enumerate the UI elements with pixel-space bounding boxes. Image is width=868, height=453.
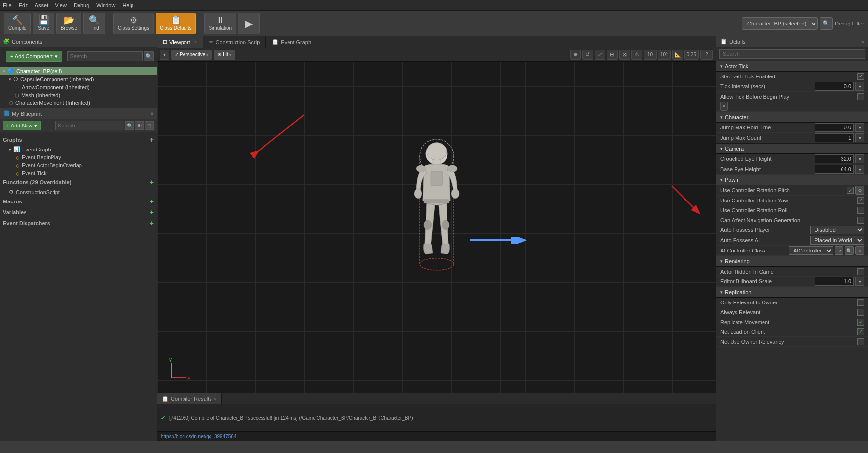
ai-controller-browse-button[interactable]: ↗: [835, 246, 843, 255]
event-graph-tab[interactable]: 📋 Event Graph: [266, 36, 317, 48]
variables-section-header[interactable]: Variables +: [0, 207, 157, 218]
tick-interval-arrow[interactable]: ▾: [855, 82, 864, 91]
tick-interval-input[interactable]: [815, 82, 854, 91]
components-search-button[interactable]: 🔍: [144, 51, 154, 61]
functions-add-icon[interactable]: +: [150, 178, 154, 186]
menu-edit[interactable]: Edit: [19, 2, 28, 8]
save-button[interactable]: 💾 Save: [33, 13, 54, 34]
base-eye-height-arrow[interactable]: ▾: [855, 165, 864, 174]
net-use-owner-relevancy-checkbox[interactable]: [857, 338, 864, 345]
editor-billboard-scale-input[interactable]: [815, 277, 854, 286]
component-item-mesh[interactable]: ⬡ Mesh (Inherited): [0, 91, 157, 99]
eventgraph-item[interactable]: ▾ 📊 EventGraph: [0, 145, 157, 153]
menu-file[interactable]: File: [3, 2, 12, 8]
vp-tool-1[interactable]: ⊕: [570, 50, 581, 60]
blueprint-eye-button[interactable]: 👁: [135, 121, 144, 130]
graphs-add-icon[interactable]: +: [150, 136, 154, 144]
editor-billboard-scale-arrow[interactable]: ▾: [855, 277, 864, 286]
use-controller-rotation-pitch-extra[interactable]: ⚙: [855, 186, 864, 195]
simulation-button[interactable]: ⏸ Simulation: [204, 13, 236, 34]
component-item-arrow[interactable]: → ArrowComponent (Inherited): [0, 83, 157, 91]
details-search-input[interactable]: [719, 49, 865, 59]
auto-possess-player-dropdown[interactable]: Disabled Player 0: [810, 226, 864, 234]
component-item-capsule[interactable]: ▾ ⬡ CapsuleComponent (Inherited): [0, 75, 157, 83]
actor-tick-section-header[interactable]: ▾ Actor Tick: [716, 61, 868, 72]
event-dispatchers-add-icon[interactable]: +: [150, 219, 154, 227]
crouched-eye-height-input[interactable]: [815, 154, 854, 163]
graphs-section-header[interactable]: Graphs +: [0, 134, 157, 145]
can-affect-nav-checkbox[interactable]: [857, 217, 864, 224]
components-search-input[interactable]: [67, 51, 143, 61]
functions-section-header[interactable]: Functions (29 Overridable) +: [0, 177, 157, 188]
event-actoroverlap-item[interactable]: ◇ Event ActorBeginOverlap: [0, 161, 157, 169]
menu-debug[interactable]: Debug: [74, 2, 89, 8]
constructionscript-item[interactable]: ⚙ ConstructionScript: [0, 188, 157, 196]
component-item-movement[interactable]: ⬡ CharacterMovement (Inherited): [0, 99, 157, 107]
vp-tool-8[interactable]: 2: [700, 50, 713, 60]
add-component-button[interactable]: + Add Component ▾: [6, 51, 62, 62]
blueprint-filter-button[interactable]: ⊟: [145, 121, 154, 130]
jump-max-hold-time-arrow[interactable]: ▾: [855, 123, 864, 132]
vp-tool-5[interactable]: ⊠: [619, 50, 630, 60]
class-settings-button[interactable]: ⚙ Class Settings: [113, 13, 154, 34]
viewport-tab-close[interactable]: ×: [194, 39, 197, 45]
pawn-section-header[interactable]: ▾ Pawn: [716, 175, 868, 185]
vp-scale-snap[interactable]: 0.25: [684, 50, 699, 60]
blueprint-search-input[interactable]: [55, 121, 124, 130]
menu-help[interactable]: Help: [122, 2, 133, 8]
vp-grid-snap[interactable]: 10: [644, 50, 657, 60]
event-beginplay-item[interactable]: ◇ Event BeginPlay: [0, 153, 157, 161]
blueprint-close-button[interactable]: ×: [150, 110, 154, 117]
use-controller-rotation-roll-checkbox[interactable]: [857, 207, 864, 214]
event-tick-item[interactable]: ◇ Event Tick: [0, 169, 157, 177]
allow-tick-before-begin-play-checkbox[interactable]: [857, 93, 864, 100]
variables-add-icon[interactable]: +: [150, 208, 154, 216]
compile-button[interactable]: 🔨 Compile: [4, 13, 31, 34]
macros-section-header[interactable]: Macros +: [0, 196, 157, 207]
use-controller-rotation-pitch-checkbox[interactable]: [847, 187, 854, 194]
debug-select[interactable]: Character_BP (selected): [742, 17, 818, 30]
auto-possess-ai-dropdown[interactable]: Placed in World Spawned Placed in World …: [810, 236, 864, 245]
use-controller-rotation-yaw-checkbox[interactable]: [857, 197, 864, 204]
perspective-button[interactable]: ✓ Perspective ▾: [171, 50, 212, 60]
vp-tool-6[interactable]: ⚠: [631, 50, 642, 60]
vp-rot-snap[interactable]: 10°: [658, 50, 671, 60]
vp-tool-2[interactable]: ↺: [582, 50, 593, 60]
compiler-results-tab[interactable]: 📋 Compiler Results ×: [157, 393, 222, 404]
macros-add-icon[interactable]: +: [150, 198, 154, 205]
base-eye-height-input[interactable]: [815, 165, 854, 174]
details-close-button[interactable]: ×: [861, 39, 864, 45]
construction-script-tab[interactable]: ✏ Construction Scrip: [203, 36, 266, 48]
character-section-header[interactable]: ▾ Character: [716, 112, 868, 123]
vp-dropdown-button[interactable]: ▾: [160, 50, 169, 60]
class-defaults-button[interactable]: 📋 Class Defaults: [156, 13, 196, 34]
compiler-results-close[interactable]: ×: [214, 396, 216, 401]
camera-section-header[interactable]: ▾ Camera: [716, 143, 868, 154]
menu-view[interactable]: View: [55, 2, 67, 8]
jump-max-count-input[interactable]: [815, 133, 854, 142]
start-tick-enabled-checkbox[interactable]: [857, 73, 864, 80]
net-load-on-client-checkbox[interactable]: [857, 328, 864, 335]
jump-max-count-arrow[interactable]: ▾: [855, 133, 864, 142]
viewport-tab[interactable]: ⊡ Viewport ×: [157, 36, 203, 48]
lit-button[interactable]: ☀ Lit ▾: [214, 50, 235, 60]
menu-window[interactable]: Window: [96, 2, 115, 8]
expand-arrow-button[interactable]: ▾: [720, 102, 728, 111]
blueprint-search-button[interactable]: 🔍: [125, 121, 134, 130]
jump-max-hold-time-input[interactable]: [815, 123, 854, 132]
replicate-movement-checkbox[interactable]: [857, 319, 864, 326]
crouched-eye-height-arrow[interactable]: ▾: [855, 154, 864, 163]
replication-section-header[interactable]: ▾ Replication: [716, 287, 868, 298]
actor-hidden-in-game-checkbox[interactable]: [857, 268, 864, 275]
always-relevant-checkbox[interactable]: [857, 309, 864, 316]
ai-controller-search-button[interactable]: 🔍: [845, 246, 854, 255]
ai-controller-clear-button[interactable]: ×: [855, 246, 864, 255]
play-button[interactable]: ▶: [238, 13, 260, 34]
vp-tool-3[interactable]: ⤢: [595, 50, 605, 60]
vp-tool-4[interactable]: ⊞: [607, 50, 618, 60]
debug-search-button[interactable]: 🔍: [820, 17, 833, 30]
component-item-self[interactable]: ▾ 🔷 Character_BP(self): [0, 67, 157, 75]
add-new-button[interactable]: + Add New ▾: [3, 121, 41, 130]
viewport-canvas[interactable]: X Y: [157, 62, 716, 393]
ai-controller-class-dropdown[interactable]: AIController: [789, 246, 833, 255]
